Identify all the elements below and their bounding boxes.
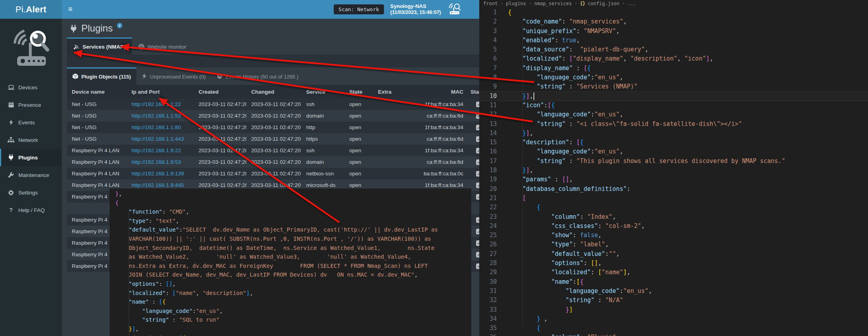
breadcrumb-separator: › [575, 1, 577, 6]
ip-port-link[interactable]: http://192.168.1.9:445 [132, 182, 184, 188]
column-header-created[interactable]: Created [194, 89, 246, 95]
subtab-plugin-objects[interactable]: Plugin Objects (115) [67, 67, 136, 85]
code-text: "string" : "This plugin shows all servic… [497, 157, 785, 166]
tab-website-monitor[interactable]: Website monitor [132, 37, 193, 55]
table-row[interactable]: Net - USGhttp://192.168.1.1:802023-03-11… [67, 122, 479, 133]
ip-port-link[interactable]: http://192.168.1.9:53 [132, 159, 181, 165]
line-number: 24 [479, 222, 497, 231]
ip-port-link[interactable]: http://192.168.1.1:22 [132, 101, 181, 107]
column-header-changed[interactable]: Changed [246, 89, 301, 95]
table-cell: ca:ff:ff:ca:ba:6d [418, 113, 467, 119]
line-number: 15 [479, 138, 497, 147]
table-row[interactable]: Net - USGhttp://192.168.1.1:4432023-03-1… [67, 133, 479, 145]
table-row[interactable]: Net - USGhttp://192.168.1.1:532023-03-11… [67, 110, 479, 122]
table-cell: domain [301, 159, 344, 165]
status-checkbox[interactable]: ✓ [476, 102, 479, 107]
status-checkbox[interactable]: ✓ [476, 194, 479, 200]
code-text: "default_value":"", [497, 250, 620, 259]
ip-port-link[interactable]: http://192.168.1.1:80 [132, 124, 181, 130]
column-header-service[interactable]: Service [301, 89, 344, 95]
status-checkbox[interactable]: ✓ [476, 252, 479, 257]
code-text: "icon":[{ [497, 101, 555, 110]
ip-port-link[interactable]: http://192.168.1.9:139 [132, 171, 184, 177]
status-checkbox[interactable]: ✓ [476, 159, 479, 165]
ip-port-cell: http://192.168.1.9:53 [127, 159, 194, 165]
table-row[interactable]: Raspberry Pi 4 LANhttp://192.168.1.9:532… [67, 156, 479, 168]
line-number: 22 [479, 203, 497, 212]
line-number: 4 [479, 36, 497, 45]
table-cell: ba:ba:ff:ca:ba:0c [418, 171, 467, 177]
status-checkbox[interactable]: ✓ [476, 148, 479, 153]
breadcrumb-item[interactable]: ... [628, 1, 636, 6]
code-line: 11 "icon":[{ [479, 101, 868, 110]
sidebar-item-devices[interactable]: Devices [0, 79, 62, 96]
table-cell: Raspberry Pi 4 LAN [67, 159, 127, 165]
laptop-icon [8, 84, 14, 90]
sidebar-item-settings[interactable]: Settings [0, 184, 62, 201]
sidebar-item-plugins[interactable]: Plugins [0, 149, 62, 166]
code-line: 4 "enabled": true, [479, 36, 868, 45]
table-cell: open [344, 124, 373, 130]
table-cell: Raspberry Pi 4 LAN [67, 147, 127, 153]
sidebar-item-maintenance[interactable]: Maintenance [0, 166, 62, 184]
status-checkbox[interactable]: ✓ [476, 171, 479, 177]
status-checkbox[interactable]: ✓ [476, 125, 479, 130]
column-header-state[interactable]: State [344, 89, 373, 95]
ip-port-link[interactable]: http://192.168.1.9:22 [132, 147, 181, 153]
plugin-tabs: Services (NMAP) Website monitor [67, 37, 479, 55]
bolt-icon [142, 73, 147, 80]
code-line: 36 "column": "Plugin", [479, 333, 868, 336]
status-checkbox[interactable]: ✓ [476, 263, 479, 269]
brand-logo[interactable]: Pi.Alert [0, 0, 62, 19]
line-number: 19 [479, 175, 497, 184]
table-row[interactable]: Raspberry Pi 4 LANhttp://192.168.1.9:222… [67, 145, 479, 156]
breadcrumb-item[interactable]: config.json [588, 1, 619, 6]
column-header-device-name[interactable]: Device name [67, 89, 127, 95]
table-row[interactable]: Net - USGhttp://192.168.1.1:222023-03-11… [67, 98, 479, 110]
status-checkbox[interactable]: ✓ [476, 240, 479, 246]
plugin-subtabs: Plugin Objects (115) Unprocessed Events … [67, 67, 479, 85]
line-number: 26 [479, 240, 497, 249]
sidebar-item-presence[interactable]: Presence [0, 96, 62, 114]
status-checkbox[interactable]: ✓ [476, 113, 479, 119]
table-cell: 2023-03-11 02:47:20 [194, 159, 246, 165]
code-text: "language_code":"en_us", [497, 147, 623, 156]
ip-port-cell: http://192.168.1.1:443 [127, 136, 194, 142]
question-icon: ? [8, 207, 14, 213]
help-question-badge[interactable]: ? [117, 23, 122, 28]
column-header-ip-and-port[interactable]: Ip and Port [127, 89, 194, 95]
sidebar-item-network[interactable]: Network [0, 131, 62, 149]
status-checkbox[interactable]: ✓ [476, 217, 479, 223]
sidebar-item-events[interactable]: Events [0, 114, 62, 131]
breadcrumb-item[interactable]: nmap_services [534, 1, 572, 6]
subtab-unprocessed-events[interactable]: Unprocessed Events (0) [136, 67, 211, 85]
status-checkbox[interactable]: ✓ [476, 229, 479, 234]
sidebar-item-help-faq[interactable]: ?Help / FAQ [0, 201, 62, 219]
host-timestamp: (11/03/2023, 15:46:07) [390, 10, 441, 16]
code-line: 10 }], [479, 91, 868, 101]
status-checkbox[interactable]: ✓ [476, 136, 479, 142]
subtab-events-history[interactable]: Events History (50 out of 1265 ) [211, 67, 304, 85]
breadcrumb-item[interactable]: plugins [506, 1, 526, 6]
column-header-status[interactable]: Status [467, 89, 479, 95]
table-cell: 2023-03-11 02:47:20 [246, 136, 301, 142]
column-header-mac[interactable]: MAC [418, 89, 467, 95]
line-number: 31 [479, 287, 497, 296]
breadcrumb-item[interactable]: front [483, 1, 498, 6]
table-cell: 2023-03-11 02:47:20 [246, 124, 301, 130]
code-text: "column": "Plugin", [497, 333, 620, 336]
status-checkbox[interactable]: ✓ [476, 183, 479, 188]
sidebar-toggle-icon[interactable]: ≡ [62, 5, 79, 14]
line-number: 2 [479, 17, 497, 26]
code-line: 7 "display_name" : [{ [479, 64, 868, 73]
table-row[interactable]: Raspberry Pi 4 LANhttp://192.168.1.9:139… [67, 168, 479, 179]
column-header-extra[interactable]: Extra [373, 89, 418, 95]
overlay-code-line: "name" : [{ [115, 297, 471, 307]
code-overlay-panel: },{ "function": "CMD", "type": "text", "… [110, 189, 471, 336]
svg-text:?: ? [9, 207, 13, 213]
sidebar-item-label: Settings [18, 190, 38, 196]
tab-services-nmap[interactable]: Services (NMAP) [67, 37, 132, 55]
table-cell: 2023-03-11 02:47:20 [194, 113, 246, 119]
ip-port-link[interactable]: http://192.168.1.1:53 [132, 113, 181, 119]
ip-port-link[interactable]: http://192.168.1.1:443 [132, 136, 184, 142]
